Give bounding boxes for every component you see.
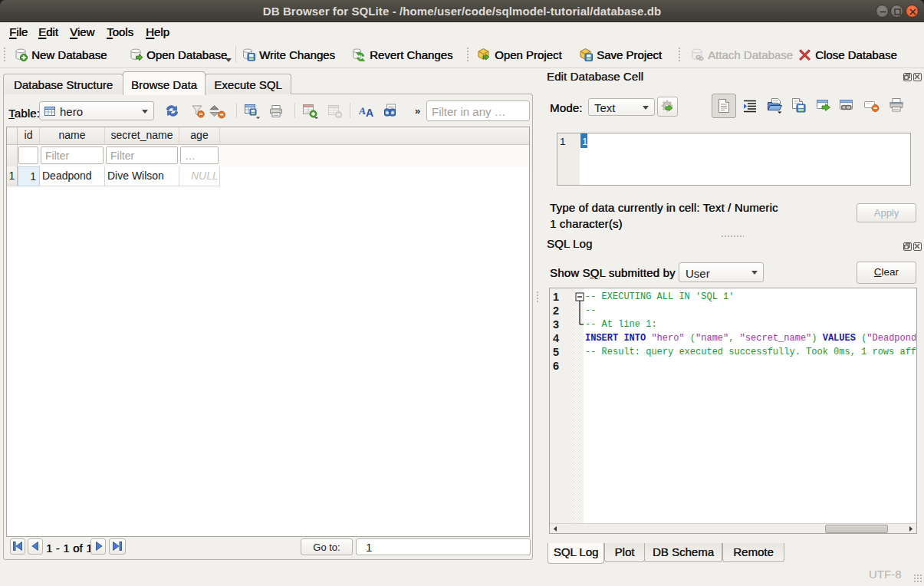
svg-text:A: A (366, 107, 373, 118)
